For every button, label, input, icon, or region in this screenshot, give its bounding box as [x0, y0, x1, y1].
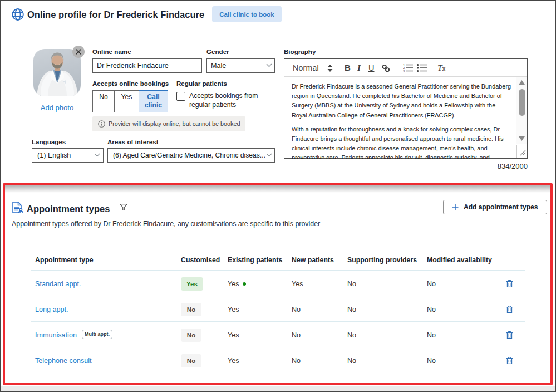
svg-text:3: 3	[403, 70, 405, 73]
